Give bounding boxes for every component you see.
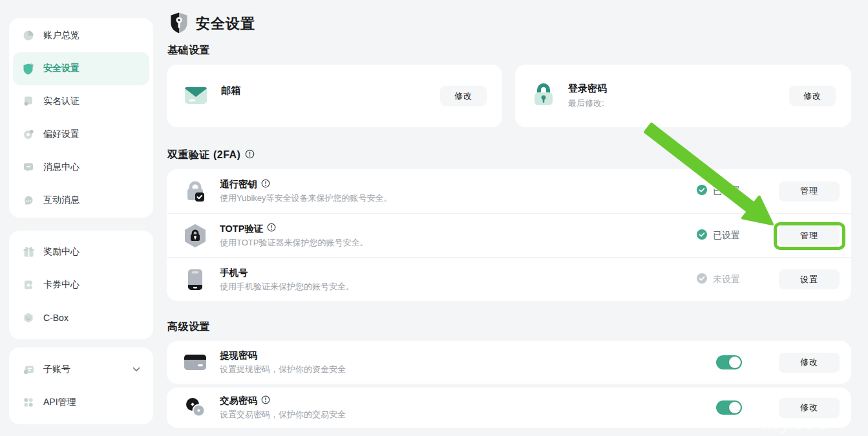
sidebar-item-coupon-center[interactable]: 卡券中心: [13, 269, 149, 302]
twofa-card: 通行密钥 使用Yubikey等安全设备来保护您的账号安全。 已设置 管理: [167, 169, 851, 301]
sidebar-item-cbox[interactable]: ? C-Box: [13, 302, 149, 335]
passkey-row: 通行密钥 使用Yubikey等安全设备来保护您的账号安全。 已设置 管理: [167, 169, 851, 213]
security-settings-page: 账户总览 安全设置 实名认证 偏好设置 消息中心: [0, 0, 868, 436]
sidebar-item-account-overview[interactable]: 账户总览: [13, 19, 149, 52]
phone-status: 未设置: [697, 273, 779, 286]
page-header: 安全设置: [169, 12, 255, 36]
info-icon[interactable]: [245, 149, 255, 161]
totp-status: 已设置: [697, 229, 779, 242]
sidebar-item-label: API管理: [43, 397, 76, 408]
phone-status-text: 未设置: [713, 274, 740, 285]
sidebar-group-accounts: 子账号 API管理: [9, 348, 153, 424]
totp-manage-button[interactable]: 管理: [779, 225, 840, 245]
security-shield-icon: [169, 12, 189, 36]
shield-icon: [22, 62, 35, 75]
sidebar-item-label: 奖励中心: [43, 246, 79, 258]
message-icon: [22, 161, 35, 174]
page-title: 安全设置: [196, 14, 255, 34]
passkey-desc: 使用Yubikey等安全设备来保护您的账号安全。: [220, 192, 392, 204]
check-circle-icon: [697, 185, 707, 198]
sidebar-item-identity-verification[interactable]: 实名认证: [13, 85, 149, 118]
withdrawal-password-desc: 设置提现密码，保护你的资金安全: [220, 364, 346, 375]
login-password-title: 登录密码: [568, 83, 607, 95]
info-icon[interactable]: [261, 179, 270, 191]
sidebar-item-interactive-messages[interactable]: 互动消息: [13, 184, 149, 217]
sidebar-group-rewards: 奖励中心 卡券中心 ? C-Box: [9, 231, 153, 339]
phone-icon: [182, 268, 208, 291]
id-badge-icon: [22, 95, 35, 108]
email-edit-button[interactable]: 修改: [440, 86, 487, 106]
credit-card-icon: [182, 353, 208, 372]
trading-password-desc: 设置交易密码，保护你的交易安全: [220, 409, 346, 420]
section-heading-basic: 基础设置: [167, 44, 210, 57]
totp-status-text: 已设置: [713, 230, 740, 242]
sidebar-item-security-settings[interactable]: 安全设置: [13, 52, 149, 85]
gift-icon: [22, 245, 35, 258]
email-title: 邮箱: [221, 85, 240, 97]
chevron-down-icon[interactable]: [132, 367, 140, 372]
sidebar-item-subaccount[interactable]: 子账号: [13, 353, 149, 386]
phone-row: 手机号 使用手机验证来保护您的账号安全。 未设置 设置: [167, 257, 851, 301]
check-circle-icon: [697, 229, 707, 242]
sidebar-item-label: 实名认证: [43, 96, 79, 107]
sidebar-item-label: 安全设置: [43, 63, 79, 74]
sidebar-item-label: 子账号: [43, 364, 70, 375]
sidebar-item-message-center[interactable]: 消息中心: [13, 151, 149, 184]
withdrawal-password-title: 提现密码: [220, 349, 257, 362]
sidebar-item-label: 账户总览: [43, 30, 79, 41]
subaccount-icon: [22, 363, 35, 376]
totp-hexagon-lock-icon: [182, 224, 208, 247]
withdrawal-password-edit-button[interactable]: 修改: [779, 353, 840, 373]
sidebar-item-rewards-center[interactable]: 奖励中心: [13, 236, 149, 269]
preferences-icon: [22, 128, 35, 141]
api-icon: [22, 396, 35, 409]
section-heading-2fa: 双重验证 (2FA): [167, 149, 255, 162]
coins-icon: [182, 397, 208, 419]
login-password-last-modified: 最后修改:: [568, 98, 607, 109]
phone-desc: 使用手机验证来保护您的账号安全。: [220, 281, 354, 293]
totp-row: TOTP验证 使用TOTP验证器来保护您的账号安全。 已设置 管理: [167, 213, 851, 257]
passkey-title: 通行密钥: [220, 178, 257, 191]
email-icon: [184, 85, 208, 108]
sidebar-item-label: C-Box: [43, 313, 69, 323]
lock-icon: [532, 83, 555, 110]
section-heading-2fa-label: 双重验证 (2FA): [167, 149, 240, 162]
sidebar-item-label: 消息中心: [43, 161, 79, 173]
passkey-manage-button[interactable]: 管理: [779, 182, 840, 202]
passkey-lock-icon: [182, 180, 208, 203]
withdrawal-password-card: 提现密码 设置提现密码，保护你的资金安全 修改: [167, 341, 851, 384]
totp-desc: 使用TOTP验证器来保护您的账号安全。: [220, 237, 368, 249]
trading-password-edit-button[interactable]: 修改: [779, 398, 840, 418]
trading-password-card: 交易密码 设置交易密码，保护你的交易安全 修改: [167, 388, 851, 428]
sidebar-item-api-management[interactable]: API管理: [13, 386, 149, 419]
sidebar-item-label: 偏好设置: [43, 129, 79, 140]
sidebar-item-preferences[interactable]: 偏好设置: [13, 118, 149, 151]
passkey-status-text: 已设置: [713, 185, 740, 197]
sidebar-group-account: 账户总览 安全设置 实名认证 偏好设置 消息中心: [9, 18, 153, 218]
trading-password-title: 交易密码: [220, 395, 257, 407]
coupon-icon: [22, 278, 35, 291]
info-icon[interactable]: [267, 223, 276, 234]
check-circle-gray-icon: [697, 273, 707, 286]
box-icon: ?: [22, 311, 35, 324]
login-password-edit-button[interactable]: 修改: [789, 86, 836, 106]
section-heading-advanced: 高级设置: [167, 320, 210, 334]
info-icon[interactable]: [261, 395, 270, 407]
pie-chart-icon: [22, 29, 35, 42]
phone-title: 手机号: [220, 267, 248, 279]
sidebar-item-label: 卡券中心: [43, 279, 79, 291]
email-card: 邮箱 修改: [167, 65, 502, 127]
phone-setup-button[interactable]: 设置: [779, 269, 840, 289]
totp-title: TOTP验证: [220, 223, 263, 235]
login-password-card: 登录密码 最后修改: 修改: [515, 65, 851, 127]
withdrawal-password-toggle[interactable]: [716, 355, 742, 369]
sidebar-item-label: 互动消息: [43, 194, 79, 206]
trading-password-toggle[interactable]: [716, 400, 742, 415]
passkey-status: 已设置: [697, 185, 779, 198]
chat-icon: [22, 194, 35, 207]
